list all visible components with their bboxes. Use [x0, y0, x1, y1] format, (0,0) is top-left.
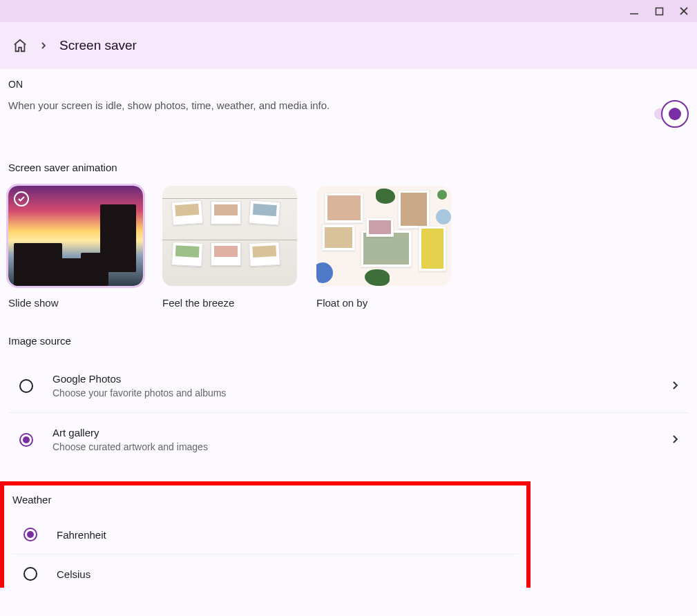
- animation-thumb-slide-show: [8, 186, 143, 286]
- check-icon: [14, 191, 29, 206]
- animation-thumb-feel-the-breeze: [162, 186, 297, 286]
- image-source-option-art-gallery[interactable]: Art gallery Choose curated artwork and i…: [8, 413, 689, 466]
- image-source-list: Google Photos Choose your favorite photo…: [8, 359, 689, 466]
- minimize-button[interactable]: [629, 6, 639, 16]
- weather-option-celsius[interactable]: Celsius: [12, 555, 518, 588]
- option-title: Art gallery: [52, 427, 671, 439]
- status-label: ON: [8, 79, 330, 90]
- option-subtitle: Choose your favorite photos and albums: [52, 387, 671, 398]
- animation-option-slide-show[interactable]: Slide show: [8, 186, 143, 309]
- status-description: When your screen is idle, show photos, t…: [8, 99, 330, 111]
- close-button[interactable]: [679, 6, 689, 16]
- chevron-right-icon: [671, 434, 679, 446]
- animation-option-float-on-by[interactable]: Float on by: [316, 186, 451, 309]
- header: Screen saver: [0, 22, 697, 69]
- image-source-option-google-photos[interactable]: Google Photos Choose your favorite photo…: [8, 359, 689, 413]
- weather-option-fahrenheit[interactable]: Fahrenheit: [12, 515, 518, 555]
- svg-rect-1: [656, 8, 662, 15]
- radio-icon: [19, 379, 33, 393]
- page-title: Screen saver: [59, 38, 137, 53]
- option-title: Google Photos: [52, 373, 671, 385]
- breadcrumb-separator-icon: [40, 40, 47, 51]
- image-source-section-title: Image source: [8, 335, 689, 347]
- window-titlebar: [0, 0, 697, 22]
- animation-label: Feel the breeze: [162, 297, 297, 309]
- weather-section-highlight: Weather Fahrenheit Celsius: [0, 481, 531, 588]
- radio-icon: [19, 433, 33, 447]
- weather-section-title: Weather: [12, 494, 518, 506]
- animation-label: Slide show: [8, 297, 143, 309]
- radio-icon: [23, 567, 37, 581]
- screensaver-toggle[interactable]: [656, 99, 689, 128]
- screensaver-toggle-row: ON When your screen is idle, show photos…: [8, 79, 689, 128]
- chevron-right-icon: [671, 380, 679, 392]
- maximize-button[interactable]: [654, 6, 664, 16]
- animation-option-feel-the-breeze[interactable]: Feel the breeze: [162, 186, 297, 309]
- option-label: Fahrenheit: [57, 529, 106, 541]
- animation-options: Slide show Feel the breeze: [8, 186, 689, 309]
- animation-thumb-float-on-by: [316, 186, 451, 286]
- animation-label: Float on by: [316, 297, 451, 309]
- option-subtitle: Choose curated artwork and images: [52, 441, 671, 452]
- animation-section-title: Screen saver animation: [8, 162, 689, 173]
- option-label: Celsius: [57, 568, 90, 580]
- radio-icon: [23, 528, 37, 541]
- home-icon[interactable]: [12, 38, 28, 53]
